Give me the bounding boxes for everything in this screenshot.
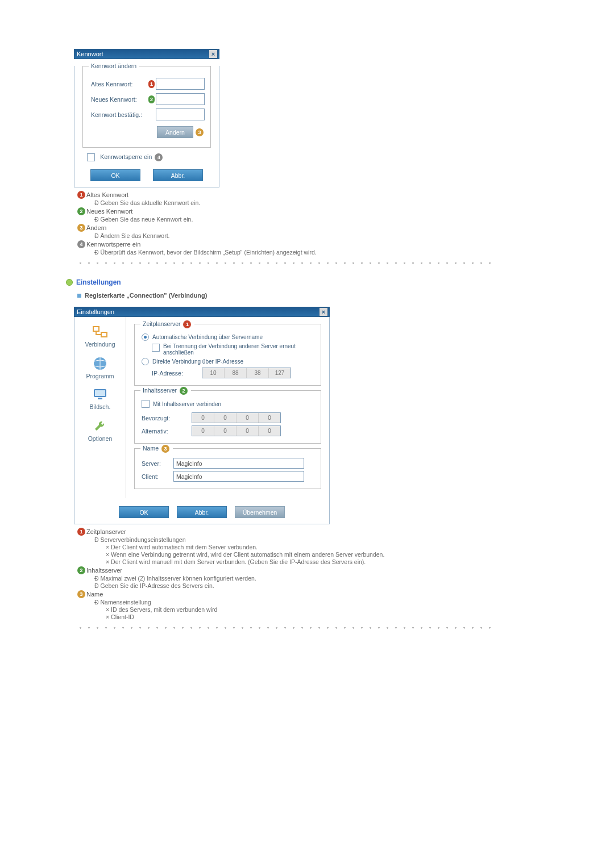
kennwort-title: Kennwort — [77, 51, 103, 57]
ip-input[interactable]: 10 88 38 127 — [202, 368, 291, 378]
settings-main: Zeitplanserver 1 Automatische Verbindung… — [126, 317, 329, 498]
new-pw-input[interactable] — [156, 93, 205, 105]
change-button[interactable]: Ändern — [157, 126, 193, 138]
ann-1-sub: Ð Geben Sie das aktuelle Kennwort ein. — [94, 199, 614, 206]
badge-2: 2 — [148, 95, 155, 103]
ann-4-sub: Ð Überprüft das Kennwort, bevor der Bild… — [94, 249, 614, 256]
svg-rect-0 — [93, 327, 99, 331]
ann-s2-sub1: Ð Maximal zwei (2) Inhaltsserver können … — [94, 575, 614, 582]
pref-label: Bevorzugt: — [142, 415, 192, 422]
client-name-input[interactable] — [173, 471, 304, 482]
old-pw-label: Altes Kennwort: — [91, 81, 147, 87]
cancel-button[interactable]: Abbr. — [177, 506, 227, 518]
confirm-pw-label: Kennwort bestätig.: — [91, 111, 156, 118]
wrench-icon — [92, 418, 108, 434]
section-heading: Einstellungen — [66, 278, 614, 286]
kennwort-legend: Kennwort ändern — [89, 62, 139, 69]
ann-s1-sub: Ð Serververbindungseinstellungen — [94, 536, 614, 543]
sidebar-item-program[interactable]: Programm — [74, 356, 126, 379]
network-icon — [92, 325, 109, 340]
sched-legend: Zeitplanserver — [143, 320, 181, 327]
name-fieldset: Name 3 Server: Client: — [134, 448, 321, 489]
radio-auto[interactable] — [142, 333, 149, 341]
sidebar-item-screen[interactable]: Bildsch. — [74, 387, 126, 410]
divider — [76, 626, 497, 629]
old-pw-input[interactable] — [156, 78, 205, 90]
server-name-input[interactable] — [173, 458, 304, 469]
content-connect-checkbox[interactable] — [142, 400, 150, 408]
sidebar-item-connection[interactable]: Verbindung — [74, 325, 126, 348]
name-legend: Name — [143, 445, 159, 452]
ann-badge-4: 4 — [77, 240, 85, 248]
direct-label: Direkte Verbindung über IP-Adresse — [152, 358, 243, 365]
ann-s1-b2: × Wenn eine Verbindung getrennt wird, wi… — [106, 551, 492, 558]
settings-title: Einstellungen — [77, 308, 114, 315]
pw-lock-label: Kennwortsperre ein — [100, 153, 152, 160]
ok-button[interactable]: OK — [90, 169, 140, 181]
monitor-icon — [92, 387, 109, 402]
ann-s3-b1: × ID des Servers, mit dem verbunden wird — [106, 606, 614, 613]
ann-badge-3: 3 — [77, 224, 85, 232]
ann-s1-b3: × Der Client wird manuell mit dem Server… — [106, 558, 492, 565]
ann-s3-title: Name — [86, 591, 103, 598]
badge-1: 1 — [183, 320, 191, 328]
settings-dialog: Einstellungen × Verbindung Programm — [74, 307, 330, 524]
ann-3-sub: Ð Ändern Sie das Kennwort. — [94, 232, 614, 239]
confirm-pw-input[interactable] — [156, 108, 205, 120]
server-label: Server: — [142, 460, 173, 467]
ann-3-title: Ändern — [86, 224, 106, 231]
ann-s1-title: Zeitplanserver — [86, 528, 126, 535]
pw-lock-checkbox[interactable] — [87, 153, 95, 161]
new-pw-label: Neues Kennwort: — [91, 96, 147, 103]
ann-s2-title: Inhaltsserver — [86, 567, 122, 574]
badge-1: 1 — [148, 80, 155, 88]
close-icon[interactable]: × — [209, 49, 218, 59]
content-legend: Inhaltsserver — [143, 387, 177, 394]
svg-rect-5 — [98, 398, 102, 399]
ann-badge-2: 2 — [77, 207, 85, 215]
badge-3: 3 — [161, 445, 169, 453]
sub-heading-text: Registerkarte „Connection" (Verbindung) — [85, 292, 207, 299]
sub-heading: Registerkarte „Connection" (Verbindung) — [77, 292, 614, 299]
content-connect-label: Mit Inhaltsserver verbinden — [153, 401, 221, 407]
ann-2-title: Neues Kennwort — [86, 208, 132, 215]
badge-3: 3 — [196, 128, 204, 136]
ann-badge-1: 1 — [77, 528, 85, 536]
alt-ip-input[interactable]: 0 0 0 0 — [192, 425, 281, 436]
settings-annotations: 1 Zeitplanserver Ð Serververbindungseins… — [76, 528, 614, 620]
badge-4: 4 — [155, 153, 163, 161]
ann-s1-b1: × Der Client wird automatisch mit dem Se… — [106, 544, 614, 550]
auto-label: Automatische Verbindung über Servername — [152, 334, 263, 340]
sidebar-item-options[interactable]: Optionen — [74, 418, 126, 442]
divider — [76, 261, 497, 265]
change-button-label: Ändern — [165, 129, 185, 136]
kennwort-annotations: 1 Altes Kennwort Ð Geben Sie das aktuell… — [76, 191, 614, 256]
ann-badge-1: 1 — [77, 191, 85, 199]
settings-titlebar: Einstellungen × — [74, 307, 330, 317]
apply-button[interactable]: Übernehmen — [235, 506, 285, 518]
globe-icon — [92, 356, 108, 372]
kennwort-fieldset: Kennwort ändern Altes Kennwort: 1 Neues … — [82, 66, 211, 148]
kennwort-titlebar: Kennwort × — [74, 49, 219, 59]
ann-badge-3: 3 — [77, 590, 85, 598]
sched-fieldset: Zeitplanserver 1 Automatische Verbindung… — [134, 324, 321, 386]
ann-4-title: Kennwortsperre ein — [86, 241, 140, 248]
section-heading-text: Einstellungen — [76, 278, 121, 286]
pref-ip-input[interactable]: 0 0 0 0 — [192, 412, 281, 423]
reconnect-checkbox[interactable] — [152, 344, 160, 352]
cancel-button[interactable]: Abbr. — [153, 169, 203, 181]
ann-s3-b2: × Client-ID — [106, 614, 614, 620]
settings-sidebar: Verbindung Programm Bildsch. Optionen — [74, 317, 126, 498]
svg-rect-4 — [95, 390, 105, 396]
ip-label: IP-Adresse: — [152, 370, 202, 377]
kennwort-dialog: Kennwort × Kennwort ändern Altes Kennwor… — [74, 49, 219, 187]
ann-s2-sub2: Ð Geben Sie die IP-Adresse des Servers e… — [94, 582, 614, 589]
content-fieldset: Inhaltsserver 2 Mit Inhaltsserver verbin… — [134, 390, 321, 444]
ok-button[interactable]: OK — [119, 506, 169, 518]
close-icon[interactable]: × — [319, 307, 328, 316]
ann-1-title: Altes Kennwort — [86, 191, 128, 198]
client-label: Client: — [142, 473, 173, 480]
ann-s3-sub: Ð Namenseinstellung — [94, 599, 614, 606]
alt-label: Alternativ: — [142, 428, 192, 435]
radio-direct[interactable] — [142, 358, 149, 365]
